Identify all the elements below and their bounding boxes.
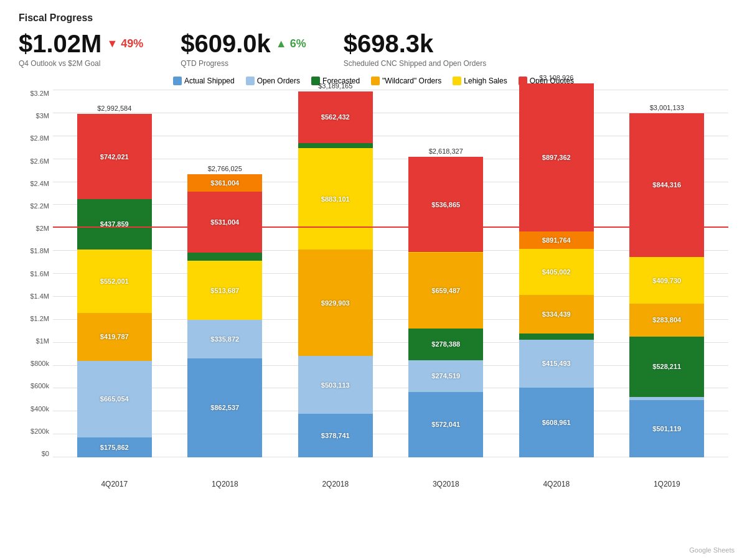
bar-segment: $335,872 (187, 320, 262, 358)
bar-segment: $665,054 (77, 361, 152, 437)
chart-area: $0$200k$400k$600k$800k$1M$1.2M$1.4M$1.6M… (19, 90, 728, 488)
bar-segment (408, 252, 483, 253)
y-axis-label: $400k (19, 406, 53, 413)
kpi-2-badge: ▲ 6% (276, 37, 306, 50)
bar-segment (298, 143, 373, 148)
y-axis-label: $2.2M (19, 203, 53, 210)
bar-total-label: $3,189,165 (318, 82, 352, 90)
bar-stack: $572,041$274,519$278,388$659,487$536,865 (408, 157, 483, 457)
legend-swatch (246, 77, 255, 85)
chart-title: Fiscal Progress (19, 12, 728, 24)
legend-item: "Wildcard" Orders (371, 77, 441, 85)
bars-container: $2,992,584$175,862$665,054$419,787$552,0… (53, 90, 728, 457)
bar-segment: $659,487 (408, 253, 483, 329)
x-axis-label: 1Q2019 (626, 480, 707, 488)
kpi-section: $1.02M ▼ 49% Q4 Outlook vs $2M Goal $609… (19, 30, 728, 68)
kpi-3-amount: $698.3k (344, 30, 434, 58)
bar-segment: $883,101 (298, 148, 373, 250)
y-axis-label: $1.4M (19, 293, 53, 300)
bar-segment: $536,865 (408, 157, 483, 252)
bar-group: $2,618,327$572,041$274,519$278,388$659,4… (405, 147, 486, 457)
legend-label: Open Orders (257, 77, 300, 85)
y-axis: $0$200k$400k$600k$800k$1M$1.2M$1.4M$1.6M… (19, 90, 53, 457)
legend-swatch (173, 77, 182, 85)
y-axis-label: $3.2M (19, 90, 53, 97)
bar-segment: $405,002 (519, 249, 594, 296)
x-axis-label: 3Q2018 (405, 480, 486, 488)
bar-segment: $513,687 (187, 261, 262, 320)
y-axis-label: $2.4M (19, 180, 53, 187)
kpi-3: $698.3k Scheduled CNC Shipped and Open O… (344, 30, 486, 68)
legend-label: "Wildcard" Orders (382, 77, 441, 85)
y-axis-label: $3M (19, 113, 53, 119)
kpi-2-amount: $609.0k (181, 30, 271, 58)
y-axis-label: $2.8M (19, 135, 53, 142)
bar-total-label: $2,992,584 (97, 105, 131, 112)
x-axis: 4Q20171Q20182Q20183Q20184Q20181Q2019 (53, 480, 728, 488)
bar-segment: $531,004 (187, 192, 262, 253)
bar-stack: $175,862$665,054$419,787$552,001$437,859… (77, 114, 152, 457)
bar-group: $2,992,584$175,862$665,054$419,787$552,0… (74, 105, 155, 457)
bar-segment: $415,493 (519, 340, 594, 388)
bar-segment: $503,113 (298, 356, 373, 414)
kpi-2-label: QTD Progress (181, 59, 306, 68)
bar-segment: $175,862 (77, 437, 152, 457)
kpi-1-value: $1.02M ▼ 49% (19, 30, 143, 58)
y-axis-label: $1M (19, 338, 53, 345)
bar-stack: $378,741$503,113$929,903$883,101$562,432 (298, 91, 373, 457)
legend-swatch (453, 77, 461, 85)
bar-segment: $361,004 (187, 174, 262, 192)
y-axis-label: $0 (19, 450, 53, 457)
bar-group: $3,189,165$378,741$503,113$929,903$883,1… (295, 82, 376, 457)
bar-segment: $419,787 (77, 313, 152, 361)
bar-segment (629, 397, 704, 400)
kpi-1: $1.02M ▼ 49% Q4 Outlook vs $2M Goal (19, 30, 143, 68)
bar-stack: $608,961$415,493$334,439$405,002$891,764… (519, 83, 594, 457)
bar-segment: $742,021 (77, 114, 152, 199)
kpi-1-label: Q4 Outlook vs $2M Goal (19, 59, 143, 68)
attribution: Google Sheets (689, 546, 735, 554)
kpi-3-value: $698.3k (344, 30, 486, 58)
bar-total-label: $2,766,025 (208, 165, 242, 172)
kpi-3-label: Scheduled CNC Shipped and Open Orders (344, 59, 486, 68)
chart-inner: $2,992,584$175,862$665,054$419,787$552,0… (53, 90, 728, 457)
bar-segment: $501,119 (629, 400, 704, 457)
kpi-1-badge: ▼ 49% (106, 37, 143, 50)
y-axis-label: $1.6M (19, 271, 53, 278)
y-axis-label: $1.2M (19, 315, 53, 322)
bar-segment: $528,211 (629, 337, 704, 397)
bar-segment: $334,439 (519, 295, 594, 334)
bar-stack: $862,537$335,872$513,687$531,004$361,004 (187, 174, 262, 457)
bar-segment (519, 334, 594, 340)
y-axis-label: $200k (19, 428, 53, 435)
legend-item: Open Orders (246, 77, 300, 85)
bar-segment: $409,730 (629, 257, 704, 304)
bar-segment: $378,741 (298, 414, 373, 457)
kpi-2: $609.0k ▲ 6% QTD Progress (181, 30, 306, 68)
bar-total-label: $3,108,926 (539, 74, 573, 82)
legend-label: Lehigh Sales (464, 77, 507, 85)
bar-segment: $891,764 (519, 231, 594, 249)
x-axis-label: 4Q2018 (516, 480, 597, 488)
bar-segment: $562,432 (298, 91, 373, 143)
y-axis-label: $2.6M (19, 158, 53, 165)
bar-total-label: $2,618,327 (429, 147, 463, 155)
bar-segment: $274,519 (408, 360, 483, 392)
bar-segment: $929,903 (298, 250, 373, 356)
legend-item: Actual Shipped (173, 77, 235, 85)
goal-line (53, 226, 728, 228)
legend-item: Lehigh Sales (453, 77, 507, 85)
y-axis-label: $1.8M (19, 248, 53, 254)
legend-label: Actual Shipped (184, 77, 235, 85)
y-axis-label: $800k (19, 360, 53, 367)
bar-group: $2,766,025$862,537$335,872$513,687$531,0… (184, 165, 265, 457)
bar-segment: $862,537 (187, 358, 262, 457)
kpi-2-value: $609.0k ▲ 6% (181, 30, 306, 58)
kpi-1-amount: $1.02M (19, 30, 101, 58)
bar-group: $3,001,133$501,119$528,211$283,804$409,7… (626, 104, 707, 457)
bar-segment: $283,804 (629, 304, 704, 336)
bar-segment: $897,362 (519, 83, 594, 231)
bar-segment (187, 253, 262, 261)
x-axis-label: 2Q2018 (295, 480, 376, 488)
bar-group: $3,108,926$608,961$415,493$334,439$405,0… (516, 74, 597, 457)
